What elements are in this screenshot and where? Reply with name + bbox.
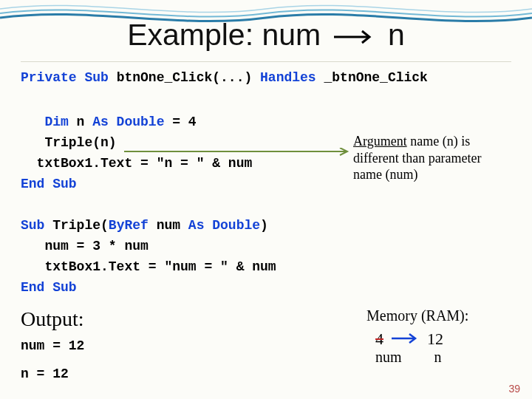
memory-label-num: num [375, 349, 402, 365]
memory-old-value: 4 [375, 330, 383, 348]
code-signature-line: Private Sub btnOne_Click(...) Handles _b… [21, 68, 428, 89]
callout-underline: Argument [353, 134, 407, 149]
memory-values: 4 12 [375, 330, 443, 349]
output-line-2: n = 12 [21, 366, 69, 381]
page-number: 39 [508, 383, 520, 395]
title-right: n [388, 18, 405, 52]
memory-label-n: n [434, 349, 442, 365]
memory-heading: Memory (RAM): [366, 307, 468, 324]
callout-note: Argument name (n) is different than para… [353, 133, 523, 183]
output-line-1: num = 12 [21, 338, 84, 353]
title-divider [21, 61, 511, 62]
output-heading: Output: [21, 307, 84, 331]
code-block-main: Dim n As Double = 4 Triple(n) txtBox1.Te… [21, 112, 252, 195]
slide-title: Example: num n [0, 18, 532, 52]
arrow-right-icon [334, 30, 375, 44]
memory-labels: num n [375, 349, 442, 366]
title-left: Example: num [127, 18, 321, 52]
memory-new-value: 12 [427, 330, 443, 348]
code-block-triple: Sub Triple(ByRef num As Double) num = 3 … [21, 216, 276, 299]
